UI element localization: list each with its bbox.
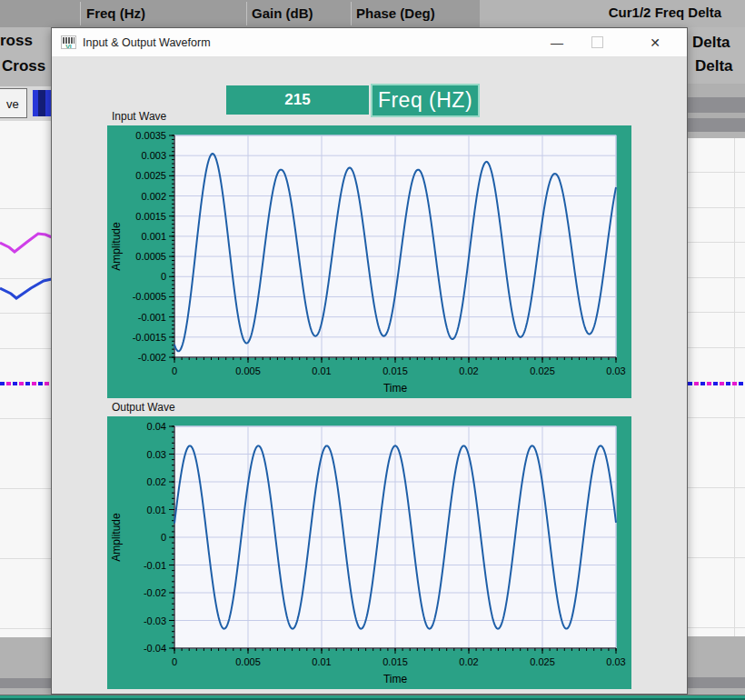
bg-header-divider: [80, 2, 81, 25]
svg-text:0: 0: [172, 365, 177, 376]
svg-text:0: 0: [161, 271, 166, 282]
bg-col-freq: Freq (Hz): [86, 0, 145, 27]
svg-text:0.03: 0.03: [147, 449, 166, 460]
waveform-window: VI Input & Output Waveform — ✕ 215 Freq …: [51, 27, 688, 695]
svg-text:0: 0: [172, 656, 177, 667]
bg-teal-bar: [0, 695, 745, 700]
input-wave-caption: Input Wave: [112, 110, 166, 123]
svg-text:0.03: 0.03: [606, 656, 625, 667]
output-wave-plot: 00.0050.010.0150.020.0250.030.040.030.02…: [107, 416, 631, 689]
bg-cursor-dashed-line-left: [0, 382, 52, 385]
close-button[interactable]: ✕: [641, 28, 670, 57]
frequency-units-label: Freq (HZ): [371, 84, 480, 117]
bg-row-delta-1: Delta: [692, 34, 730, 52]
labview-vi-icon: VI: [61, 35, 76, 49]
titlebar[interactable]: VI Input & Output Waveform — ✕: [52, 28, 687, 57]
bg-row-cross-2: Cross: [2, 57, 45, 75]
bg-band: [0, 637, 52, 678]
svg-text:0.005: 0.005: [235, 656, 261, 667]
svg-text:Time: Time: [383, 382, 408, 395]
svg-text:0.02: 0.02: [147, 476, 166, 487]
bg-col-gain: Gain (dB): [252, 0, 313, 27]
bg-band: [688, 97, 745, 113]
bg-row-cross-1: ross: [0, 32, 33, 50]
bg-header-divider: [246, 2, 247, 25]
svg-text:-0.01: -0.01: [144, 560, 166, 571]
svg-text:0.0005: 0.0005: [135, 251, 166, 262]
bg-cursor-dashed-line-right: [688, 382, 745, 385]
svg-text:0.01: 0.01: [147, 505, 166, 515]
svg-text:0: 0: [161, 532, 166, 543]
svg-text:0.025: 0.025: [530, 656, 555, 667]
window-title: Input & Output Waveform: [83, 28, 211, 57]
svg-text:0.001: 0.001: [141, 231, 166, 242]
svg-text:0.005: 0.005: [235, 365, 261, 376]
input-wave-graph: 00.0050.010.0150.020.0250.030.00350.0030…: [107, 125, 631, 398]
svg-text:0.0025: 0.0025: [135, 170, 166, 181]
svg-text:0.025: 0.025: [530, 365, 555, 376]
svg-text:0.01: 0.01: [312, 656, 331, 667]
svg-text:-0.0015: -0.0015: [133, 332, 166, 343]
bg-band: [688, 677, 745, 688]
svg-text:0.0015: 0.0015: [135, 211, 166, 222]
bg-band: [688, 636, 745, 677]
output-wave-graph: 00.0050.010.0150.020.0250.030.040.030.02…: [107, 416, 631, 689]
svg-text:0.003: 0.003: [141, 150, 166, 161]
bg-cur-delta-label: Cur1/2 Freq Delta: [609, 5, 721, 20]
svg-text:0.0035: 0.0035: [135, 130, 166, 141]
svg-text:-0.04: -0.04: [144, 643, 166, 654]
svg-text:-0.001: -0.001: [138, 312, 166, 323]
bg-band: [688, 118, 745, 132]
bg-header-divider: [351, 2, 352, 25]
svg-text:-0.03: -0.03: [144, 615, 166, 626]
svg-text:0.01: 0.01: [312, 365, 331, 376]
bg-band: [0, 678, 52, 688]
minimize-button[interactable]: —: [542, 28, 571, 57]
svg-text:Amplitude: Amplitude: [110, 222, 123, 271]
screen: Freq (Hz) Gain (dB) Phase (Deg) Cur1/2 F…: [0, 0, 745, 700]
svg-text:0.03: 0.03: [606, 365, 625, 376]
svg-text:Amplitude: Amplitude: [110, 513, 123, 562]
svg-text:0.04: 0.04: [147, 421, 166, 432]
bg-band: [688, 84, 745, 97]
svg-text:-0.002: -0.002: [138, 352, 166, 363]
bg-wave-button-partial: ve: [0, 88, 27, 118]
svg-text:0.02: 0.02: [459, 365, 478, 376]
maximize-button[interactable]: [591, 36, 603, 48]
bg-blue-curve: [0, 279, 52, 298]
svg-text:-0.02: -0.02: [144, 587, 166, 598]
svg-text:0.02: 0.02: [459, 656, 478, 667]
input-wave-plot: 00.0050.010.0150.020.0250.030.00350.0030…: [107, 125, 631, 398]
bg-left-plot-curves: [0, 121, 52, 637]
bg-row-delta-2: Delta: [695, 57, 733, 75]
bg-magenta-curve: [0, 234, 52, 252]
svg-text:-0.0005: -0.0005: [133, 291, 166, 302]
frequency-value-indicator[interactable]: 215: [226, 85, 369, 115]
svg-text:0.015: 0.015: [382, 365, 408, 376]
bg-blue-legend-box: [33, 90, 52, 116]
bg-band: [688, 132, 745, 138]
output-wave-caption: Output Wave: [112, 401, 175, 414]
bg-left-plot-margin: [0, 121, 52, 637]
svg-text:0.015: 0.015: [382, 656, 408, 667]
svg-text:0.002: 0.002: [141, 191, 166, 202]
svg-text:Time: Time: [383, 673, 408, 685]
bg-right-plot-margin: [688, 138, 745, 636]
bg-col-phase: Phase (Deg): [356, 0, 435, 27]
